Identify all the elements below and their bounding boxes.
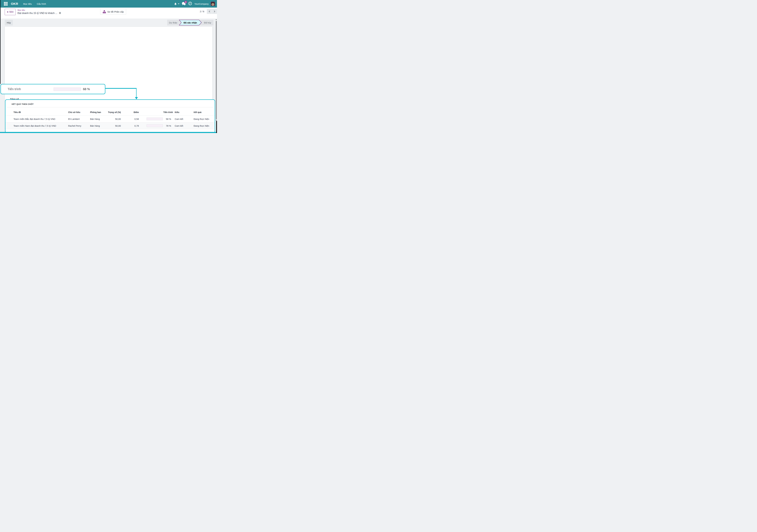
pager: 2 / 6 (200, 9, 217, 14)
status-step-draft[interactable]: Dự thảo (167, 20, 179, 25)
pager-counter: 2 / 6 (200, 10, 204, 13)
progress-bar (54, 87, 81, 91)
sitemap-icon (103, 10, 106, 13)
message-count-badge: 8 (184, 1, 187, 4)
vertical-scrollbar[interactable] (216, 18, 217, 133)
screen-corner-strip (216, 121, 217, 133)
plus-icon: + (7, 11, 9, 13)
app-title: OKR (11, 2, 18, 6)
debug-droplet-icon[interactable] (174, 2, 179, 6)
annotation-connector-line (136, 88, 136, 97)
page-title: Đạt doanh thu 15 tỷ VND từ khách ... (17, 12, 57, 15)
divider (7, 107, 213, 108)
top-navbar: OKR Mục tiêu Cấu hình 8 YourCompany (0, 0, 217, 8)
pager-previous-button[interactable] (207, 9, 212, 14)
table-row[interactable]: Team miền Bắc đạt doanh thu 7,5 tỷ VND E… (6, 115, 215, 122)
hierarchy-view-button[interactable]: Sơ đồ Phân cấp (100, 9, 126, 15)
annotation-bottom-strip (0, 132, 217, 133)
messages-icon[interactable]: 8 (182, 2, 186, 6)
status-step-confirmed[interactable]: Đã xác nhận (179, 20, 202, 25)
user-avatar[interactable] (211, 2, 215, 6)
apps-grid-icon[interactable] (4, 2, 8, 6)
status-bar: Dự thảo Đã xác nhận Đã hủy (167, 20, 213, 25)
menu-cau-hinh[interactable]: Cấu hình (37, 3, 46, 5)
breadcrumb: Mục tiêu Đạt doanh thu 15 tỷ VND từ khác… (17, 9, 61, 15)
cancel-button[interactable]: Hủy (5, 20, 13, 25)
table-row[interactable]: Team miền Nam đạt doanh thu 7,5 tỷ VND R… (6, 122, 215, 129)
key-results-highlight-box: KẾT QUẢ THEN CHỐT Tiêu đề Chủ sở hữu Phò… (5, 99, 215, 133)
chevron-down-icon (178, 4, 179, 4)
screen-edge-strip (0, 0, 1, 84)
scrollbar-thumb[interactable] (216, 21, 217, 119)
annotation-arrowhead (135, 97, 138, 99)
table-header-row: Tiêu đề Chủ sở hữu Phòng ban Trọng số (%… (6, 109, 215, 115)
new-record-button[interactable]: + Mới (5, 9, 15, 15)
gear-icon[interactable]: ⚙ (59, 12, 61, 15)
breadcrumb-parent-link[interactable]: Mục tiêu (17, 9, 61, 11)
progress-percent: 68 % (83, 84, 90, 94)
key-results-table: Tiêu đề Chủ sở hữu Phòng ban Trọng số (%… (6, 109, 215, 129)
menu-muc-tieu[interactable]: Mục tiêu (23, 3, 32, 5)
company-name[interactable]: YourCompany (194, 3, 209, 5)
activity-clock-icon[interactable] (188, 2, 192, 6)
progress-label: Tiến trình (8, 84, 21, 94)
section-title: KẾT QUẢ THEN CHỐT (12, 103, 34, 105)
pager-next-button[interactable] (212, 9, 217, 14)
progress-highlight-box: Tiến trình 68 % (0, 84, 106, 94)
status-step-cancelled[interactable]: Đã hủy (202, 20, 213, 25)
annotation-connector-line (106, 88, 136, 89)
scroll-up-arrow-icon[interactable] (216, 19, 217, 20)
